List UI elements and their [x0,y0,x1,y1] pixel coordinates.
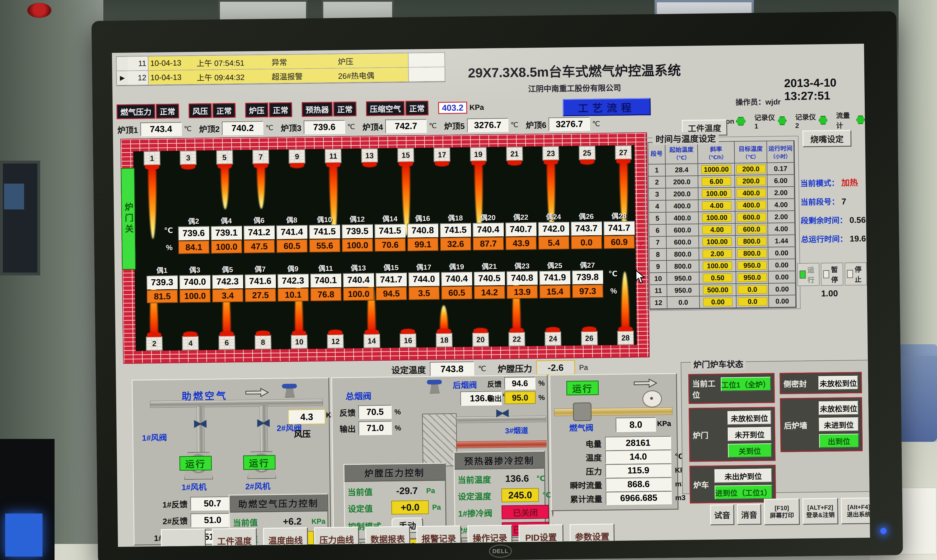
state-checkbox-停止[interactable]: 停止 [845,262,867,285]
schedule-cell[interactable]: 1000.00 [698,163,735,175]
nav-button-操作记录[interactable]: 操作记录 [467,525,512,547]
schedule-setpoint-value[interactable]: 950.0 [738,261,767,270]
schedule-setpoint-value[interactable]: 100.00 [702,213,732,222]
schedule-setpoint-value[interactable]: 6.00 [701,177,731,186]
process-flow-button[interactable]: 工艺流程 [563,98,651,116]
schedule-row[interactable]: 10950.00.50950.00.00 [650,271,795,285]
schedule-setpoint-value[interactable]: 100.00 [703,237,732,246]
schedule-cell[interactable]: 800.0 [736,247,769,259]
state-checkbox-运行[interactable]: 运行 [797,263,820,286]
schedule-row[interactable]: 120.00.000.00.00 [650,295,796,309]
nav-button-partial[interactable] [161,528,206,547]
schedule-cell[interactable]: 6.00 [698,175,735,188]
schedule-cell[interactable]: 100.00 [699,236,736,248]
schedule-cell[interactable]: 4.00 [699,200,735,212]
schedule-cell[interactable]: 0.0 [736,295,769,307]
schedule-row[interactable]: 128.41000.00200.00.17 [649,163,794,177]
schedule-cell[interactable]: 600.0 [735,223,768,235]
nav-button-参数设置[interactable]: 参数设置 [570,523,615,547]
schedule-setpoint-value[interactable]: 200.0 [736,165,765,174]
schedule-setpoint-value[interactable]: 0.50 [703,274,732,282]
alarm-list[interactable]: 1110-04-13上午 07:54:51异常炉压▶1210-04-13上午 0… [116,52,445,86]
schedule-cell[interactable]: 0.0 [736,283,769,295]
door-status-group: 炉门未放松到位未开到位关到位 [689,407,775,462]
nav-button-压力曲线[interactable]: 压力曲线 [314,527,359,547]
schedule-setpoint-value[interactable]: 0.0 [738,297,767,306]
nav-button-PID设置[interactable]: PID设置 [518,524,564,547]
schedule-setpoint-value[interactable]: 2.00 [703,249,732,258]
schedule-cell[interactable]: 100.00 [699,260,736,272]
main-flue-valve-icon[interactable] [427,380,442,393]
schedule-cell[interactable]: 950.0 [736,259,769,271]
schedule-cell[interactable]: 100.00 [699,212,735,224]
schedule-setpoint-value[interactable]: 800.0 [737,249,766,258]
schedule-cell[interactable]: 800.0 [736,235,769,247]
burner-27: 27 [615,145,632,160]
schedule-setpoint-value[interactable]: 100.00 [702,189,731,198]
schedule-cell[interactable]: 0.00 [700,296,737,308]
schedule-setpoint-value[interactable]: 500.00 [703,285,732,294]
green-led-icon [856,115,865,124]
schedule-row[interactable]: 11950.0500.000.00.00 [650,283,796,297]
burner-glow [618,326,633,331]
nav-button-报警记录[interactable]: 报警记录 [416,526,461,547]
schedule-cell: 600.0 [667,236,699,248]
schedule-cell: 0.00 [769,271,796,283]
gas-valve-icon[interactable] [573,403,592,421]
tc-temp: 741.7 [603,221,635,235]
schedule-setpoint-value[interactable]: 4.00 [702,201,731,210]
schedule-setpoint-value[interactable]: 0.0 [738,285,767,294]
schedule-row[interactable]: 6600.04.00600.04.00 [649,223,795,237]
schedule-cell[interactable]: 200.0 [735,175,767,187]
schedule-row[interactable]: 2200.06.00200.06.00 [649,175,794,188]
system-button[interactable]: [F10]屏幕打印 [764,498,800,525]
air-main-valve-icon[interactable] [282,384,297,397]
schedule-table[interactable]: 段号起始温度（℃）斜率（℃/h）目标温度（℃）运行时间（小时）128.41000… [648,140,797,309]
schedule-cell[interactable]: 2.00 [699,248,736,260]
schedule-row[interactable]: 5400.0100.00600.02.00 [649,211,795,225]
schedule-row[interactable]: 9800.0100.00950.00.00 [650,259,795,273]
panel-row-value[interactable]: 245.0 [501,488,539,502]
schedule-cell[interactable]: 100.00 [698,188,735,200]
panel-row-value[interactable]: +0.0 [391,500,429,515]
schedule-setpoint-value[interactable]: 950.0 [738,273,767,282]
schedule-setpoint-value[interactable]: 200.0 [736,177,766,186]
schedule-cell[interactable]: 950.0 [736,271,769,283]
schedule-setpoint-value[interactable]: 1000.00 [701,165,731,174]
chamber-press-label: 炉膛压力 [498,362,532,375]
schedule-cell[interactable]: 400.0 [735,199,768,211]
sound-button-消音[interactable]: 消音 [737,504,761,525]
schedule-row[interactable]: 8800.02.00800.00.00 [649,247,795,261]
sound-button-试音[interactable]: 试音 [710,505,734,525]
burner-settings-button[interactable]: 烧嘴设定 [802,130,851,147]
schedule-cell[interactable]: 500.00 [700,284,736,296]
schedule-cell[interactable]: 200.0 [735,163,767,175]
chamber-press-value[interactable]: -2.6 [536,360,575,375]
gas-pressure-value[interactable]: 403.2 [438,102,467,114]
set-temp-value[interactable]: 743.8 [430,362,474,376]
system-button[interactable]: [Alt+F4]退出系统 [841,497,870,525]
schedule-cell[interactable]: 4.00 [699,224,736,236]
nav-button-温度曲线[interactable]: 温度曲线 [263,527,308,547]
schedule-cell[interactable]: 600.0 [735,211,768,223]
schedule-setpoint-value[interactable]: 100.00 [703,262,732,270]
nav-button-工件温度[interactable]: 工件温度 [212,528,257,547]
schedule-setpoint-value[interactable]: 4.00 [702,225,732,234]
schedule-cell[interactable]: 0.50 [700,272,736,284]
nav-button-数据报表[interactable]: 数据报表 [365,526,410,547]
schedule-setpoint-value[interactable]: 600.0 [737,213,766,222]
schedule-cell[interactable]: 400.0 [735,187,768,199]
schedule-setpoint-value[interactable]: 0.00 [703,297,733,306]
schedule-row[interactable]: 7600.0100.00800.01.44 [649,235,795,249]
state-checkbox-暂停[interactable]: 暂停 [821,263,843,286]
system-button[interactable]: [ALT+F2]登录&注销 [802,498,838,525]
schedule-row[interactable]: 4400.04.00400.04.00 [649,199,795,212]
schedule-setpoint-value[interactable]: 800.0 [737,237,766,246]
power-led[interactable] [880,528,886,534]
schedule-setpoint-value[interactable]: 400.0 [737,201,766,210]
schedule-setpoint-value[interactable]: 600.0 [737,225,766,234]
schedule-setpoint-value[interactable]: 400.0 [736,189,766,198]
decrease-button[interactable]: − [444,546,462,547]
air-pressure-value[interactable]: 4.3 [288,409,325,425]
schedule-row[interactable]: 3200.0100.00400.02.00 [649,187,795,200]
